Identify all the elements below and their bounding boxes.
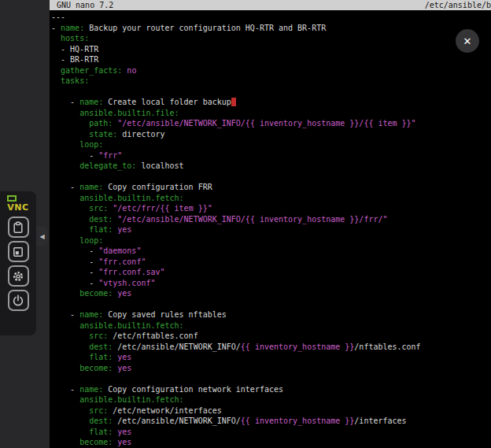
fullscreen-button[interactable] xyxy=(8,241,29,262)
terminal-line: dest: "/etc/ansible/NETWORK_INFO/{{ inve… xyxy=(51,214,491,225)
terminal-line: ansible.builtin.file: xyxy=(51,108,491,119)
code-segment: Copy configuration FRR xyxy=(103,183,212,191)
code-segment: "frr.conf.sav" xyxy=(98,268,164,276)
code-segment xyxy=(51,321,79,330)
code-segment xyxy=(51,417,89,425)
terminal-line: dest: /etc/ansible/NETWORK_INFO/{{ inven… xyxy=(51,342,491,353)
code-segment: tasks: xyxy=(61,76,89,85)
terminal-line: dest: /etc/ansible/NETWORK_INFO/{{ inven… xyxy=(51,416,491,427)
code-segment xyxy=(51,289,79,298)
terminal-line xyxy=(51,172,491,183)
code-segment: "frr" xyxy=(98,151,122,160)
editor-content[interactable]: ---- name: Backup your router configurat… xyxy=(50,10,491,448)
code-segment xyxy=(51,66,61,75)
code-segment: "daemons" xyxy=(98,246,141,255)
code-segment: src: xyxy=(89,204,108,213)
code-segment: yes xyxy=(117,438,131,446)
terminal-line: - "frr.conf" xyxy=(51,257,491,268)
code-segment: loop: xyxy=(79,236,103,245)
code-segment: - xyxy=(51,98,79,106)
code-segment xyxy=(51,395,79,404)
code-segment: hosts: xyxy=(61,34,89,43)
terminal-line: ansible.builtin.fetch: xyxy=(51,193,491,204)
code-segment: src: xyxy=(89,331,108,340)
code-segment xyxy=(51,225,89,234)
terminal-line: state: directory xyxy=(51,129,491,140)
terminal-line: hosts: xyxy=(51,33,491,44)
code-segment: "/etc/ansible/NETWORK_INFO/{{ inventory_… xyxy=(117,119,415,128)
code-segment: flat: xyxy=(89,428,113,436)
code-segment: - xyxy=(51,385,79,394)
close-icon: ✕ xyxy=(463,35,472,47)
terminal-line: become: yes xyxy=(51,288,491,299)
terminal-line: - "frr.conf.sav" xyxy=(51,267,491,278)
terminal-line: gather_facts: no xyxy=(51,65,491,76)
code-segment: name: xyxy=(79,183,103,191)
terminal-window[interactable]: GNU nano 7.2 /etc/ansible/b ---- name: B… xyxy=(50,0,491,448)
code-segment: no xyxy=(127,66,136,75)
terminal-line: loop: xyxy=(51,235,491,246)
code-segment: --- xyxy=(51,13,65,21)
code-segment: {{ inventory_hostname }} xyxy=(241,417,355,425)
code-segment: "/etc/ansible/NETWORK_INFO/{{ inventory_… xyxy=(117,215,387,224)
code-segment: - HQ-RTR xyxy=(51,45,98,54)
code-segment: become: xyxy=(79,438,113,446)
code-segment: - xyxy=(51,151,98,160)
novnc-logo: VNC xyxy=(0,195,36,213)
close-button[interactable]: ✕ xyxy=(456,29,479,53)
terminal-line: path: "/etc/ansible/NETWORK_INFO/{{ inve… xyxy=(51,118,491,129)
code-segment: /etc/nftables.conf xyxy=(108,331,198,340)
code-segment xyxy=(51,119,89,128)
code-segment: Copy configuration network interfaces xyxy=(103,385,283,394)
code-segment: - xyxy=(51,257,98,266)
sidebar-collapse-handle[interactable]: ◀ xyxy=(36,227,48,246)
text-cursor xyxy=(231,98,236,106)
terminal-line xyxy=(51,373,491,384)
terminal-line: flat: yes xyxy=(51,352,491,363)
code-segment: "/etc/frr/{{ item }}" xyxy=(113,204,212,213)
code-segment: /etc/ansible/NETWORK_INFO/ xyxy=(113,417,241,425)
novnc-cursor-icon xyxy=(7,195,17,202)
power-icon xyxy=(12,294,24,307)
code-segment: /nftables.conf xyxy=(354,342,420,351)
terminal-line: - BR-RTR xyxy=(51,54,491,65)
nano-titlebar: GNU nano 7.2 /etc/ansible/b xyxy=(50,0,491,10)
code-segment: loop: xyxy=(79,140,103,149)
code-segment: ansible.builtin.file: xyxy=(79,109,179,117)
terminal-line: ansible.builtin.fetch: xyxy=(51,394,491,405)
code-segment xyxy=(51,161,79,170)
code-segment: /etc/ansible/NETWORK_INFO/ xyxy=(113,342,241,351)
code-segment xyxy=(51,438,79,446)
code-segment: - xyxy=(51,24,61,32)
code-segment: dest: xyxy=(89,417,113,425)
code-segment xyxy=(51,76,61,85)
chevron-left-icon: ◀ xyxy=(39,233,44,240)
terminal-line: - name: Create local folder backup xyxy=(51,97,491,108)
terminal-line: - HQ-RTR xyxy=(51,44,491,55)
power-button[interactable] xyxy=(8,290,29,311)
code-segment xyxy=(51,236,79,245)
fullscreen-icon xyxy=(12,246,24,258)
nano-app-title: GNU nano 7.2 xyxy=(57,0,113,10)
terminal-line: - name: Copy configuration FRR xyxy=(51,182,491,193)
clipboard-button[interactable] xyxy=(8,217,29,238)
vnc-control-panel: VNC xyxy=(0,191,36,335)
code-segment: Backup your router configuration HQ-RTR … xyxy=(84,24,326,32)
terminal-line xyxy=(51,87,491,98)
code-segment: /interfaces xyxy=(354,417,406,425)
code-segment: name: xyxy=(79,385,103,394)
code-segment: yes xyxy=(117,353,131,361)
code-segment xyxy=(51,428,89,436)
terminal-line: loop: xyxy=(51,139,491,150)
code-segment: ansible.builtin.fetch: xyxy=(79,395,183,404)
code-segment: - xyxy=(51,310,79,319)
code-segment: "vtysh.conf" xyxy=(98,279,155,287)
terminal-line xyxy=(51,299,491,310)
code-segment xyxy=(51,109,79,117)
code-segment: {{ inventory_hostname }} xyxy=(241,342,355,351)
code-segment: directory xyxy=(117,130,164,139)
settings-button[interactable] xyxy=(8,265,29,287)
code-segment: localhost xyxy=(136,161,183,170)
code-segment: ansible.builtin.fetch: xyxy=(79,194,183,202)
code-segment xyxy=(51,353,89,361)
